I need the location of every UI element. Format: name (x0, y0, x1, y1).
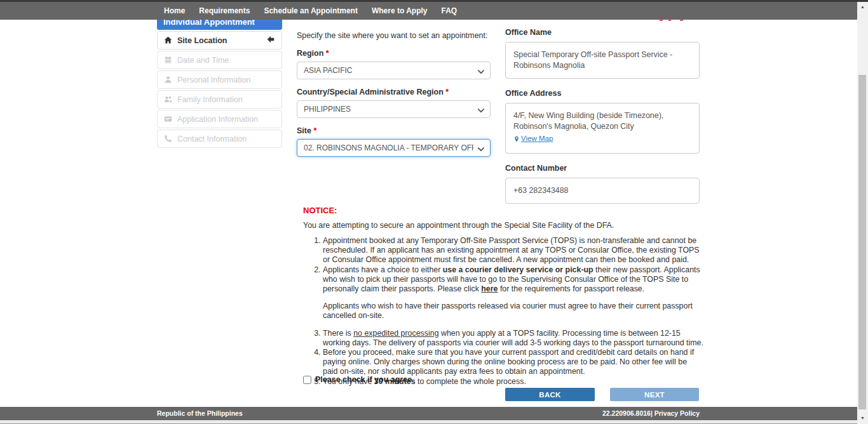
footer-version-text: 22.220906.8016| (602, 409, 653, 417)
required-asterisk: * (445, 88, 449, 96)
nav-item-home[interactable]: Home (157, 2, 192, 20)
notice-item-3: There is no expedited processing when yo… (323, 329, 703, 348)
sidebar-item-label: Application Information (177, 115, 258, 124)
sidebar-item-application-information: Application Information (157, 110, 282, 128)
vertical-scrollbar[interactable]: ▲ ▼ (857, 0, 868, 424)
clipped-text-fragment (680, 20, 683, 21)
top-strip (0, 0, 868, 2)
view-map-link[interactable]: View Map (513, 133, 553, 144)
clipped-text-fragment (660, 20, 663, 21)
sidebar-item-site-location[interactable]: Site Location (157, 31, 282, 50)
required-asterisk: * (326, 49, 329, 58)
sidebar-item-family-information: Family Information (157, 90, 282, 109)
arrow-left-icon (266, 35, 275, 46)
notice-item-2: Applicants have a choice to either use a… (323, 265, 703, 321)
user-icon (164, 76, 172, 84)
bottom-strip (0, 420, 868, 424)
scrollbar-up-arrow-icon[interactable]: ▲ (857, 1, 868, 11)
notice-section: NOTICE: You are attempting to secure an … (303, 206, 703, 387)
sidebar-item-label: Site Location (177, 36, 227, 45)
office-name-value: Special Temporary Off-site Passport Serv… (505, 42, 700, 79)
calendar-icon (164, 56, 172, 64)
sidebar-item-contact-information: Contact Information (157, 129, 282, 148)
office-name-label: Office Name (505, 28, 700, 37)
office-address-text: 4/F, New Wing Building (beside Timezone)… (513, 110, 691, 132)
contact-number-value: +63 282343488 (505, 178, 700, 204)
notice-intro: You are attempting to secure an appointm… (303, 221, 703, 230)
phone-icon (164, 135, 172, 143)
notice-list: Appointment booked at any Temporary Off-… (303, 236, 703, 387)
screen: Home Requirements Schedule an Appointmen… (0, 0, 868, 424)
back-button[interactable]: BACK (505, 388, 595, 401)
country-select[interactable]: PHILIPPINES (297, 100, 491, 118)
sidebar-item-personal-information: Personal Information (157, 70, 282, 89)
footer-republic-text: Republic of the Philippines (157, 409, 243, 417)
footer-bar: Republic of the Philippines 22.220906.80… (0, 407, 859, 420)
form-intro-text: Specify the site where you want to set a… (297, 30, 491, 41)
sidebar-item-label: Personal Information (177, 76, 250, 84)
scrollbar-thumb[interactable] (858, 75, 866, 409)
agree-checkbox[interactable] (303, 376, 311, 384)
site-label: Site * (297, 126, 491, 135)
clipped-text-fragment (668, 20, 671, 21)
nav-item-faq[interactable]: FAQ (435, 2, 465, 20)
scrollbar-down-arrow-icon[interactable]: ▼ (857, 413, 868, 423)
sidebar-steps: Individual Appointment Site Location Dat… (157, 20, 282, 148)
nav-item-requirements[interactable]: Requirements (192, 2, 257, 20)
region-select[interactable]: ASIA PACIFIC (297, 62, 491, 79)
region-label: Region * (297, 49, 491, 58)
notice-item-2-extra: Applicants who wish to have their passpo… (323, 301, 703, 321)
sidebar-item-label: Date and Time (177, 56, 229, 65)
contact-number-label: Contact Number (505, 164, 700, 173)
sidebar-item-date-and-time: Date and Time (157, 51, 282, 69)
sidebar-item-label: Contact Information (177, 135, 247, 143)
sidebar-header-label: Individual Appointment (163, 20, 255, 29)
site-select[interactable]: 02. ROBINSONS MAGNOLIA - TEMPORARY OFF-S… (297, 139, 491, 157)
sidebar-header-individual-appointment[interactable]: Individual Appointment (157, 20, 282, 30)
top-navbar: Home Requirements Schedule an Appointmen… (0, 2, 859, 20)
users-icon (164, 95, 172, 103)
privacy-policy-link[interactable]: Privacy Policy (654, 409, 700, 417)
notice-item-1: Appointment booked at any Temporary Off-… (323, 236, 703, 265)
nav-item-where-to-apply[interactable]: Where to Apply (365, 2, 435, 20)
map-pin-icon (513, 135, 520, 143)
agree-label: Please check if you agree (315, 375, 412, 384)
agree-row: Please check if you agree (303, 375, 412, 384)
nav-item-schedule-an-appointment[interactable]: Schedule an Appointment (257, 2, 365, 20)
notice-item-4: Before you proceed, make sure that you h… (323, 348, 703, 377)
home-icon (164, 36, 172, 44)
required-asterisk: * (313, 126, 316, 135)
office-address-label: Office Address (505, 89, 700, 98)
site-selection-form: Specify the site where you want to set a… (297, 30, 491, 157)
next-button[interactable]: NEXT (610, 388, 699, 401)
office-info-panel: Office Name Special Temporary Off-site P… (505, 28, 700, 214)
card-icon (164, 115, 172, 123)
country-label: Country/Special Administrative Region * (297, 88, 491, 96)
office-address-value: 4/F, New Wing Building (beside Timezone)… (505, 103, 700, 154)
notice-title: NOTICE: (303, 206, 703, 215)
inline-link[interactable]: here (481, 284, 498, 293)
footer-right-group: 22.220906.8016| Privacy Policy (602, 409, 700, 417)
sidebar-item-label: Family Information (177, 95, 243, 104)
